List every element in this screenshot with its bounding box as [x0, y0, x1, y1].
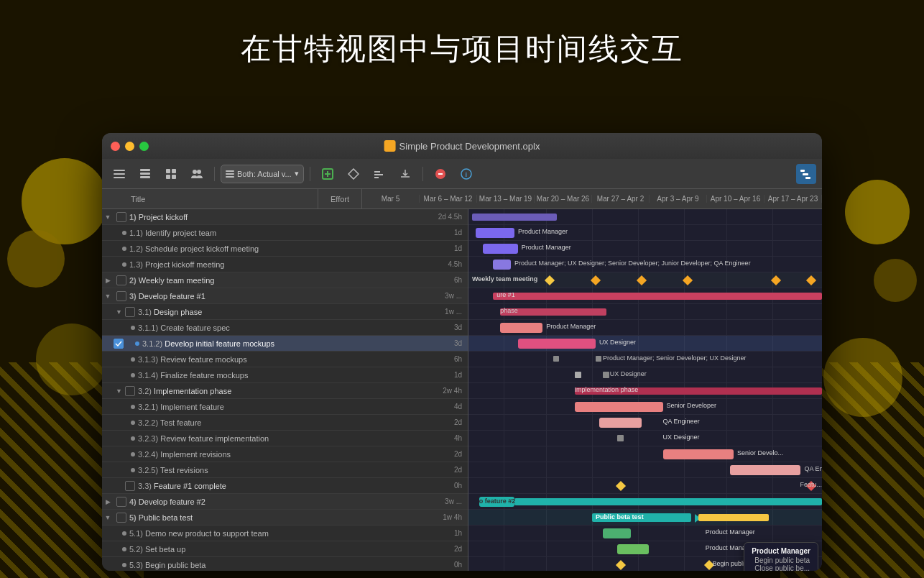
table-row[interactable]: ▼ 3.1) Design phase 1w ... [102, 304, 468, 320]
row-checkbox[interactable] [116, 497, 126, 507]
gantt-bar[interactable] [663, 449, 734, 459]
task-dot [131, 373, 135, 377]
gantt-bar[interactable] [476, 228, 514, 238]
table-row[interactable]: ▼ 5) Public beta test 1w 4h [102, 510, 468, 526]
row-checkbox[interactable] [125, 386, 135, 396]
task-dot [122, 247, 126, 251]
task-dot [131, 357, 135, 362]
download-button[interactable] [394, 164, 417, 184]
gantt-label: Implementation phase [575, 386, 639, 393]
table-row[interactable]: 3.2.2) Test feature 2d [102, 415, 468, 431]
table-row[interactable]: 3.2.5) Test revisions 2d [102, 462, 468, 478]
table-row[interactable]: 3.3) Feature #1 complete 0h [102, 478, 468, 494]
row-checkbox[interactable] [125, 481, 135, 491]
diamond-button[interactable] [342, 164, 365, 184]
table-row[interactable]: 3.2.3) Review feature implementation 4h [102, 431, 468, 446]
gantt-bar[interactable] [698, 514, 769, 521]
gantt-row-3-2-2: QA Engineer [468, 415, 822, 431]
row-checkbox[interactable] [125, 307, 135, 317]
menu-button[interactable] [108, 164, 131, 184]
gantt-bar[interactable] [575, 402, 663, 412]
row-checkbox[interactable] [116, 291, 126, 301]
task-dot [122, 531, 126, 536]
task-effort: 2d [425, 545, 468, 553]
stop-button[interactable] [429, 164, 452, 184]
table-row[interactable]: ▼ 3.2) Implementation phase 2w 4h [102, 383, 468, 399]
task-number: 1) Project kickoff [129, 213, 425, 221]
resource-button[interactable] [368, 164, 391, 184]
gantt-row-3-1: phase [468, 304, 822, 320]
maximize-button[interactable] [139, 142, 149, 151]
separator-2 [310, 167, 310, 181]
date-col-5: Apr 3 – Apr 9 [650, 195, 707, 203]
gantt-bar[interactable] [603, 528, 631, 538]
table-row[interactable]: ▶ 2) Weekly team meeting 6h [102, 272, 468, 288]
table-row[interactable]: 3.1.4) Finalize feature mockups 1d [102, 367, 468, 383]
expand-icon[interactable]: ▼ [102, 308, 122, 316]
svg-rect-14 [226, 176, 234, 178]
task-dot [131, 436, 135, 441]
task-list[interactable]: ▼ 1) Project kickoff 2d 4.5h 1.1) Identi… [102, 209, 468, 571]
svg-rect-5 [140, 176, 150, 178]
page-title-area: 在甘特视图中与项目时间线交互 [0, 0, 924, 91]
expand-icon[interactable]: ▼ [102, 214, 114, 221]
task-effort: 2d [425, 466, 468, 474]
row-checkbox[interactable] [116, 275, 126, 285]
gantt-bar[interactable] [518, 339, 596, 349]
table-row[interactable]: 1.2) Schedule project kickoff meeting 1d [102, 241, 468, 257]
table-row[interactable]: 5.2) Set beta up 2d [102, 541, 468, 557]
task-title: 4) Develop feature #2 [129, 497, 425, 506]
gantt-bar[interactable] [472, 214, 557, 221]
people-view-button[interactable] [185, 164, 208, 184]
table-row[interactable]: 3.1.2) Develop initial feature mockups 3… [102, 336, 468, 352]
task-effort: 1w 4h [425, 513, 468, 521]
expand-icon[interactable]: ▶ [102, 277, 114, 284]
expand-icon[interactable]: ▼ [102, 293, 114, 300]
close-button[interactable] [111, 142, 120, 151]
gantt-group-bar[interactable] [493, 293, 822, 300]
expand-icon[interactable]: ▼ [102, 387, 122, 395]
expand-icon[interactable]: ▶ [102, 498, 114, 505]
gantt-row-2: Weekly team meeting [468, 272, 822, 288]
info-button[interactable]: i [455, 164, 478, 184]
gantt-bar[interactable] [730, 465, 800, 475]
table-row[interactable]: 1.1) Identify project team 1d [102, 225, 468, 241]
milestone-diamond [616, 481, 626, 491]
table-row[interactable]: ▼ 1) Project kickoff 2d 4.5h [102, 209, 468, 225]
row-checkbox[interactable] [114, 339, 124, 349]
task-title: 5) Public beta test [129, 513, 425, 522]
row-checkbox[interactable] [116, 513, 126, 523]
expand-icon[interactable]: ▼ [102, 514, 114, 521]
title-bar: Simple Product Development.oplx [102, 133, 822, 159]
table-row[interactable]: 3.2.4) Implement revisions 2d [102, 446, 468, 462]
task-effort: 2d [425, 450, 468, 458]
task-title: 3.1) Design phase [138, 308, 425, 316]
table-row[interactable]: 5.3) Begin public beta 0h [102, 557, 468, 571]
gantt-label: QA Engineer [663, 418, 700, 425]
table-row[interactable]: 5.1) Demo new product to support team 1h [102, 526, 468, 541]
view-dropdown[interactable]: Both: Actual v... ▾ [221, 165, 304, 183]
table-row[interactable]: 3.1.1) Create feature spec 3d [102, 320, 468, 336]
table-row[interactable]: 3.2.1) Implement feature 4d [102, 399, 468, 415]
grid-view-button[interactable] [160, 164, 183, 184]
svg-rect-25 [805, 177, 810, 179]
gantt-bar[interactable] [500, 323, 542, 333]
gantt-active-icon[interactable] [796, 164, 816, 184]
row-checkbox[interactable] [116, 212, 126, 222]
gantt-chart[interactable]: Product Manager Product Manager Product … [468, 209, 822, 571]
gantt-bar[interactable] [483, 244, 518, 254]
table-row[interactable]: 3.1.3) Review feature mockups 6h [102, 352, 468, 367]
gantt-bar[interactable] [617, 544, 649, 554]
table-row[interactable]: 1.3) Project kickoff meeting 4.5h [102, 257, 468, 272]
gantt-group-bar[interactable] [514, 498, 822, 505]
table-row[interactable]: ▶ 4) Develop feature #2 3w ... [102, 494, 468, 510]
gantt-bar[interactable] [493, 260, 511, 270]
gantt-row-3: ure #1 [468, 288, 822, 304]
gantt-label: Senior Developer [667, 402, 717, 409]
minimize-button[interactable] [125, 142, 134, 151]
table-row[interactable]: ▼ 3) Develop feature #1 3w ... [102, 288, 468, 304]
export-button[interactable] [316, 164, 339, 184]
list-view-button[interactable] [134, 164, 157, 184]
gantt-bar[interactable] [599, 418, 642, 428]
bg-circle-5 [874, 259, 917, 302]
